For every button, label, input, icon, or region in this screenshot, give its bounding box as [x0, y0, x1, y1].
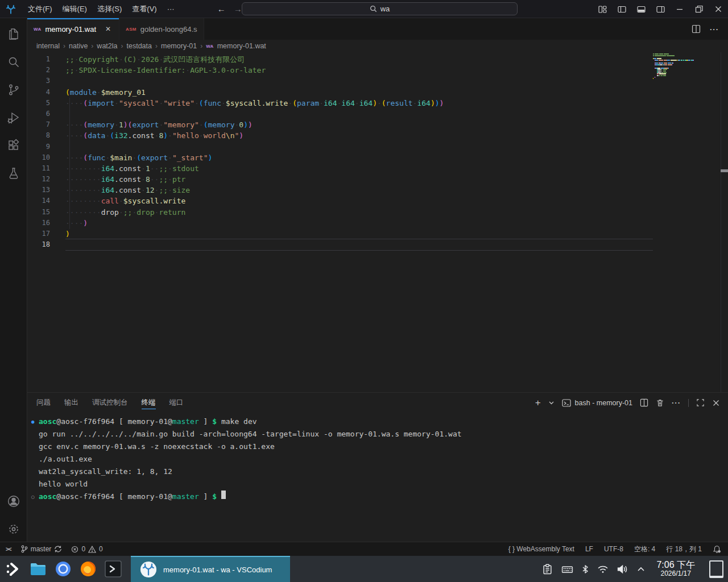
remote-indicator[interactable]: >< [6, 546, 11, 552]
code-line-8[interactable]: 8····(data·(i32.const·8)·"hello·world\n"… [27, 130, 728, 141]
breadcrumb-item[interactable]: native [69, 42, 88, 50]
konsole-icon[interactable] [102, 558, 124, 580]
toggle-secondary-sidebar-icon[interactable] [651, 0, 670, 18]
tab-close-icon[interactable]: ✕ [104, 25, 113, 33]
code-line-11[interactable]: 11········i64.const·1··;;·stdout [27, 163, 728, 174]
settings-gear-icon[interactable] [7, 522, 20, 536]
line-number[interactable]: 4 [27, 87, 50, 98]
code-line-5[interactable]: 5····(import·"syscall"·"write"·(func·$sy… [27, 98, 728, 109]
terminal-tab[interactable]: bash - memory-01 [562, 398, 632, 408]
line-number[interactable]: 2 [27, 65, 50, 76]
editor-more-actions-icon[interactable]: ··· [710, 25, 719, 34]
breadcrumb-file[interactable]: memory-01.wat [217, 42, 266, 50]
line-number[interactable]: 18 [27, 239, 50, 250]
code-editor[interactable]: 1;;·Copyright·(C)·2026·武汉凹语言科技有限公司2;;·SP… [27, 52, 728, 392]
line-number[interactable]: 6 [27, 109, 50, 119]
menu-edit[interactable]: 编辑(E) [57, 3, 92, 15]
customize-layout-icon[interactable] [593, 0, 612, 18]
statusbar-eol[interactable]: LF [585, 545, 593, 553]
line-number[interactable]: 11 [27, 163, 50, 174]
code-line-16[interactable]: 16····) [27, 218, 728, 228]
toggle-panel-icon[interactable] [631, 0, 651, 18]
new-terminal-button[interactable]: + [535, 397, 541, 409]
code-line-3[interactable]: 3 [27, 76, 728, 86]
explorer-icon[interactable] [7, 27, 20, 41]
terminal-profile-chevron-icon[interactable] [548, 400, 555, 406]
line-number[interactable]: 14 [27, 196, 50, 206]
command-prompt-decoration-icon[interactable]: ○ [31, 490, 39, 503]
code-line-15[interactable]: 15········drop·;;·drop·return [27, 207, 728, 218]
menu-view[interactable]: 查看(V) [127, 3, 162, 15]
chromium-icon[interactable] [52, 558, 74, 580]
code-line-7[interactable]: 7····(memory·1)(export·"memory"·(memory·… [27, 119, 728, 130]
split-editor-icon[interactable] [692, 24, 701, 34]
code-line-2[interactable]: 2;;·SPDX-License-Identifier:·AGPL-3.0-or… [27, 65, 728, 76]
breadcrumb-item[interactable]: testdata [127, 42, 152, 50]
accounts-icon[interactable] [7, 494, 20, 508]
source-control-icon[interactable] [7, 83, 20, 97]
line-number[interactable]: 12 [27, 174, 50, 185]
menu-selection[interactable]: 选择(S) [92, 3, 127, 15]
line-number[interactable]: 13 [27, 185, 50, 196]
panel-tab-ports[interactable]: 端口 [169, 393, 184, 413]
menu-more[interactable]: ··· [162, 3, 180, 15]
code-line-9[interactable]: 9 [27, 142, 728, 152]
testing-icon[interactable] [7, 167, 20, 180]
code-line-10[interactable]: 10····(func·$main·(export·"_start") [27, 152, 728, 163]
terminal-output[interactable]: ●aosc@aosc-f76f964 [ memory-01@master ] … [27, 413, 728, 542]
clock[interactable]: 7:06 下午 2026/1/17 [656, 560, 695, 578]
code-line-4[interactable]: 4(module·$memory_01 [27, 87, 728, 98]
git-branch-status[interactable]: master [20, 545, 63, 553]
toggle-primary-sidebar-icon[interactable] [612, 0, 631, 18]
line-number[interactable]: 3 [27, 76, 50, 86]
split-terminal-icon[interactable] [640, 398, 648, 407]
line-number[interactable]: 10 [27, 152, 50, 163]
bluetooth-tray-icon[interactable] [582, 564, 589, 575]
statusbar-indentation[interactable]: 空格: 4 [634, 544, 655, 554]
line-number[interactable]: 1 [27, 54, 50, 65]
statusbar-cursor-position[interactable]: 行 18，列 1 [666, 544, 702, 554]
resize-handle[interactable] [721, 169, 728, 172]
wifi-tray-icon[interactable] [597, 564, 609, 574]
line-number[interactable]: 15 [27, 207, 50, 218]
run-debug-icon[interactable] [7, 111, 20, 124]
extensions-icon[interactable] [7, 139, 20, 152]
file-manager-icon[interactable] [27, 558, 49, 580]
command-success-decoration-icon[interactable]: ● [31, 415, 39, 428]
statusbar-language[interactable]: { } WebAssembly Text [508, 545, 574, 553]
notifications-bell-icon[interactable] [713, 545, 721, 554]
app-launcher-icon[interactable] [2, 558, 24, 580]
code-line-6[interactable]: 6 [27, 109, 728, 119]
forward-arrow-icon[interactable]: → [234, 4, 242, 14]
breadcrumb-item[interactable]: memory-01 [161, 42, 197, 50]
breadcrumb-item[interactable]: internal [36, 42, 60, 50]
tab-golden-loong64-s[interactable]: ASMgolden-loong64.s [119, 18, 204, 40]
keyboard-tray-icon[interactable] [561, 564, 573, 575]
tab-memory-01-wat[interactable]: WAmemory-01.wat✕ [27, 18, 119, 40]
maximize-panel-icon[interactable] [696, 398, 705, 407]
minimap[interactable] [653, 53, 717, 81]
code-line-14[interactable]: 14········call·$syscall.write [27, 196, 728, 206]
line-number[interactable]: 17 [27, 228, 50, 239]
close-button[interactable] [709, 0, 728, 18]
code-line-13[interactable]: 13········i64.const·12·;;·size [27, 185, 728, 196]
breadcrumb-item[interactable]: wat2la [97, 42, 117, 50]
code-line-1[interactable]: 1;;·Copyright·(C)·2026·武汉凹语言科技有限公司 [27, 54, 728, 65]
taskbar-active-task[interactable]: memory-01.wat - wa - VSCodium [131, 556, 290, 582]
volume-tray-icon[interactable] [617, 564, 628, 574]
line-number[interactable]: 9 [27, 142, 50, 152]
minimize-button[interactable] [670, 0, 689, 18]
close-panel-icon[interactable] [712, 399, 720, 407]
line-number[interactable]: 5 [27, 98, 50, 109]
line-number[interactable]: 16 [27, 218, 50, 228]
code-line-17[interactable]: 17) [27, 228, 728, 239]
clipboard-tray-icon[interactable] [542, 564, 553, 575]
code-line-18[interactable]: 18 [27, 239, 728, 250]
kill-terminal-trash-icon[interactable] [656, 398, 664, 407]
restore-button[interactable] [689, 0, 709, 18]
panel-tab-output[interactable]: 输出 [64, 393, 78, 413]
search-view-icon[interactable] [7, 55, 20, 69]
tray-expand-chevron-icon[interactable] [636, 566, 646, 572]
show-desktop-button[interactable] [709, 560, 723, 578]
line-number[interactable]: 8 [27, 130, 50, 141]
